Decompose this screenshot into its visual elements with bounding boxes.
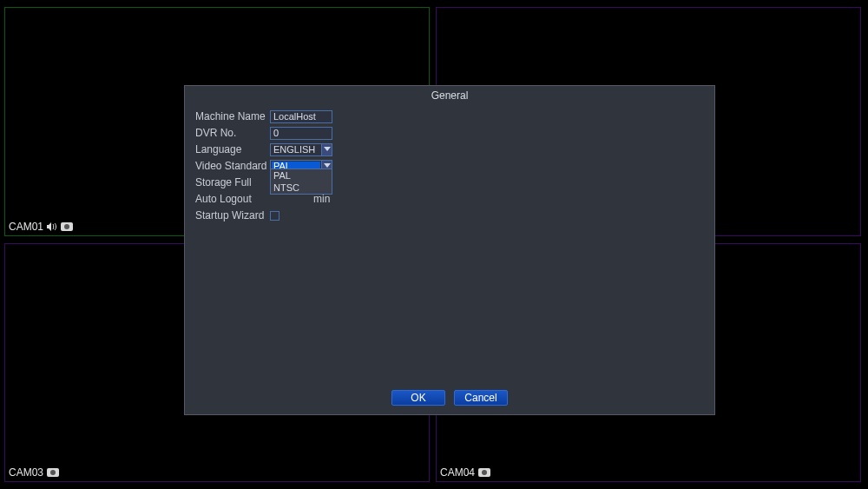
camera-name-3: CAM03 — [9, 466, 43, 479]
option-ntsc[interactable]: NTSC — [271, 182, 332, 194]
settings-form: Machine Name LocalHost DVR No. 0 Languag… — [185, 107, 714, 223]
video-standard-dropdown[interactable]: PAL NTSC — [270, 169, 332, 195]
ok-button[interactable]: OK — [391, 390, 445, 406]
label-dvr-no: DVR No. — [195, 127, 270, 139]
dialog-title: General — [185, 86, 714, 107]
row-machine-name: Machine Name LocalHost — [195, 109, 704, 124]
dialog-buttons: OK Cancel — [185, 390, 714, 406]
language-select[interactable]: ENGLISH — [270, 143, 332, 156]
language-value: ENGLISH — [273, 144, 315, 155]
dvr-no-input[interactable]: 0 — [270, 127, 332, 140]
viewport: CAM01 CAM03 CAM04 General Machine Name L… — [0, 0, 868, 489]
camera-name-4: CAM04 — [440, 466, 475, 479]
camera-label-1: CAM01 — [9, 221, 73, 233]
label-startup-wizard: Startup Wizard — [195, 209, 270, 221]
machine-name-input[interactable]: LocalHost — [270, 110, 332, 123]
general-settings-dialog: General Machine Name LocalHost DVR No. 0… — [184, 85, 715, 415]
record-icon — [61, 222, 73, 231]
option-pal[interactable]: PAL — [271, 169, 332, 182]
record-icon — [47, 468, 59, 477]
row-startup-wizard: Startup Wizard — [195, 208, 704, 223]
camera-name-1: CAM01 — [9, 221, 43, 233]
label-language: Language — [195, 143, 270, 155]
speaker-icon — [47, 222, 57, 231]
label-video-standard: Video Standard — [195, 160, 270, 172]
label-machine-name: Machine Name — [195, 110, 270, 122]
row-language: Language ENGLISH — [195, 142, 704, 157]
label-storage-full: Storage Full — [195, 176, 270, 188]
cancel-button[interactable]: Cancel — [454, 390, 508, 406]
chevron-down-icon[interactable] — [321, 144, 332, 155]
camera-label-4: CAM04 — [440, 466, 490, 479]
camera-label-3: CAM03 — [9, 466, 59, 479]
startup-wizard-checkbox[interactable] — [270, 211, 279, 221]
record-icon — [478, 468, 490, 477]
row-dvr-no: DVR No. 0 — [195, 125, 704, 141]
label-auto-logout: Auto Logout — [195, 193, 270, 205]
auto-logout-suffix: min — [313, 193, 330, 205]
